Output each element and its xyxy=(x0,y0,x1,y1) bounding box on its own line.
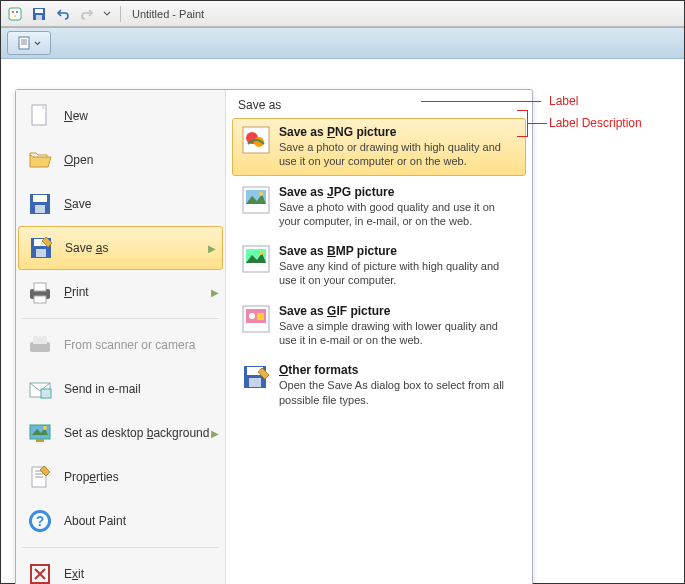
menu-item-label: Save xyxy=(64,197,91,211)
svg-rect-13 xyxy=(33,195,47,202)
submenu-item-description: Save any kind of picture with high quali… xyxy=(279,259,517,288)
menu-item-label: Exit xyxy=(64,567,84,581)
paint-app-icon xyxy=(5,4,25,24)
file-menu-list: NewOpenSaveSave as▶Print▶From scanner or… xyxy=(16,90,226,584)
svg-rect-48 xyxy=(257,313,264,320)
menu-item-open[interactable]: Open xyxy=(16,138,225,182)
svg-rect-17 xyxy=(36,249,46,257)
qat-save-icon[interactable] xyxy=(29,4,49,24)
gif-icon xyxy=(241,304,271,334)
svg-rect-6 xyxy=(36,15,42,20)
submenu-arrow-icon: ▶ xyxy=(211,287,219,298)
submenu-item-other-formats[interactable]: Other formatsOpen the Save As dialog box… xyxy=(232,356,526,414)
menu-item-new[interactable]: New xyxy=(16,94,225,138)
menu-item-about-paint[interactable]: ?About Paint xyxy=(16,499,225,543)
chevron-down-icon xyxy=(34,40,41,47)
about-icon: ? xyxy=(26,507,54,535)
menu-item-properties[interactable]: Properties xyxy=(16,455,225,499)
submenu-arrow-icon: ▶ xyxy=(211,428,219,439)
menu-item-set-as-desktop-background[interactable]: Set as desktop background▶ xyxy=(16,411,225,455)
scanner-icon xyxy=(26,331,54,359)
svg-text:?: ? xyxy=(36,513,45,529)
png-icon xyxy=(241,125,271,155)
svg-point-1 xyxy=(12,11,14,13)
menu-item-label: Send in e-mail xyxy=(64,382,141,396)
qat-customize-icon[interactable] xyxy=(101,4,113,24)
svg-rect-19 xyxy=(34,283,46,291)
menu-item-label: Open xyxy=(64,153,93,167)
svg-rect-24 xyxy=(41,389,51,398)
menu-item-label: Properties xyxy=(64,470,119,484)
svg-point-2 xyxy=(16,11,18,13)
qat-undo-icon[interactable] xyxy=(53,4,73,24)
menu-item-exit[interactable]: Exit xyxy=(16,552,225,584)
svg-rect-51 xyxy=(249,378,261,387)
desktop-icon xyxy=(26,419,54,447)
submenu-item-label: Save as BMP picture xyxy=(279,244,517,258)
svg-rect-14 xyxy=(35,205,45,213)
svg-point-47 xyxy=(249,313,255,319)
submenu-item-label: Save as GIF picture xyxy=(279,304,517,318)
ribbon-strip xyxy=(1,27,684,59)
submenu-item-save-as-bmp-picture[interactable]: Save as BMP pictureSave any kind of pict… xyxy=(232,237,526,295)
open-icon xyxy=(26,146,54,174)
email-icon xyxy=(26,375,54,403)
submenu-item-label: Save as JPG picture xyxy=(279,185,517,199)
menu-item-label: New xyxy=(64,109,88,123)
submenu-item-label: Save as PNG picture xyxy=(279,125,517,139)
menu-item-label: From scanner or camera xyxy=(64,338,195,352)
submenu-title: Save as xyxy=(230,96,528,118)
submenu-item-description: Save a simple drawing with lower quality… xyxy=(279,319,517,348)
svg-point-44 xyxy=(259,251,263,255)
svg-rect-27 xyxy=(36,439,44,442)
submenu-arrow-icon: ▶ xyxy=(208,243,216,254)
file-menu-panel: NewOpenSaveSave as▶Print▶From scanner or… xyxy=(15,89,533,584)
qat-redo-icon[interactable] xyxy=(77,4,97,24)
submenu-item-label: Other formats xyxy=(279,363,517,377)
submenu-item-save-as-png-picture[interactable]: Save as PNG pictureSave a photo or drawi… xyxy=(232,118,526,176)
save-as-icon xyxy=(27,234,55,262)
submenu-item-description: Save a photo with good quality and use i… xyxy=(279,200,517,229)
separator xyxy=(120,6,121,22)
jpg-icon xyxy=(241,185,271,215)
svg-rect-7 xyxy=(19,37,29,49)
menu-item-send-in-e-mail[interactable]: Send in e-mail xyxy=(16,367,225,411)
svg-rect-5 xyxy=(35,9,43,13)
svg-point-26 xyxy=(43,426,47,430)
svg-rect-22 xyxy=(33,336,47,344)
document-icon xyxy=(17,36,31,50)
title-bar: Untitled - Paint xyxy=(1,1,684,27)
submenu-item-save-as-jpg-picture[interactable]: Save as JPG pictureSave a photo with goo… xyxy=(232,178,526,236)
other-icon xyxy=(241,363,271,393)
menu-item-label: Set as desktop background xyxy=(64,426,209,440)
save-as-submenu: Save as Save as PNG pictureSave a photo … xyxy=(226,90,532,584)
submenu-item-save-as-gif-picture[interactable]: Save as GIF pictureSave a simple drawing… xyxy=(232,297,526,355)
svg-point-41 xyxy=(259,192,263,196)
save-icon xyxy=(26,190,54,218)
file-menu-button[interactable] xyxy=(7,31,51,55)
print-icon xyxy=(26,278,54,306)
menu-item-print[interactable]: Print▶ xyxy=(16,270,225,314)
properties-icon xyxy=(26,463,54,491)
menu-item-label: Save as xyxy=(65,241,108,255)
svg-rect-0 xyxy=(9,8,21,20)
submenu-item-description: Save a photo or drawing with high qualit… xyxy=(279,140,517,169)
window-title: Untitled - Paint xyxy=(132,8,204,20)
menu-item-save[interactable]: Save xyxy=(16,182,225,226)
new-icon xyxy=(26,102,54,130)
svg-rect-20 xyxy=(34,296,46,303)
bmp-icon xyxy=(241,244,271,274)
menu-item-from-scanner-or-camera: From scanner or camera xyxy=(16,323,225,367)
submenu-item-description: Open the Save As dialog box to select fr… xyxy=(279,378,517,407)
menu-item-save-as[interactable]: Save as▶ xyxy=(18,226,223,270)
exit-icon xyxy=(26,560,54,584)
menu-item-label: Print xyxy=(64,285,89,299)
menu-item-label: About Paint xyxy=(64,514,126,528)
svg-point-3 xyxy=(14,15,16,17)
